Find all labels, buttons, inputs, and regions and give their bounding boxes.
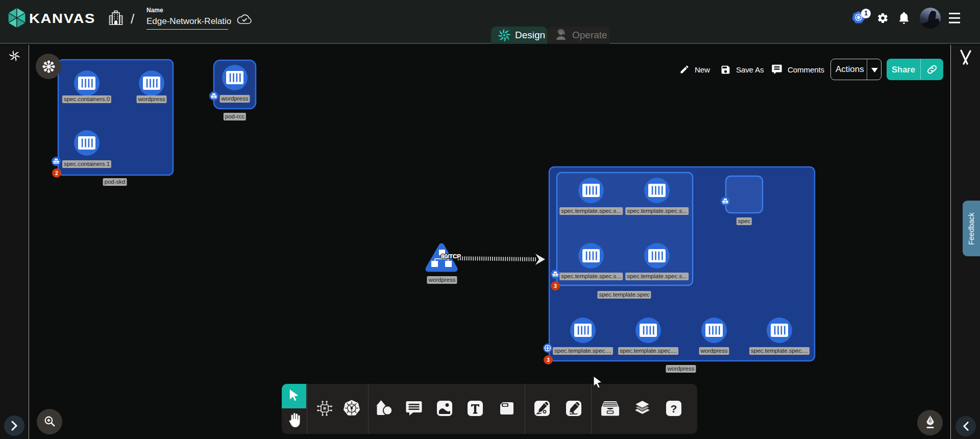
svg-text:2: 2 bbox=[55, 170, 58, 176]
svg-text:?: ? bbox=[671, 403, 677, 414]
svg-text:3: 3 bbox=[547, 357, 550, 363]
svg-text:3: 3 bbox=[554, 283, 557, 289]
svg-text:80/TCP: 80/TCP bbox=[441, 253, 461, 259]
